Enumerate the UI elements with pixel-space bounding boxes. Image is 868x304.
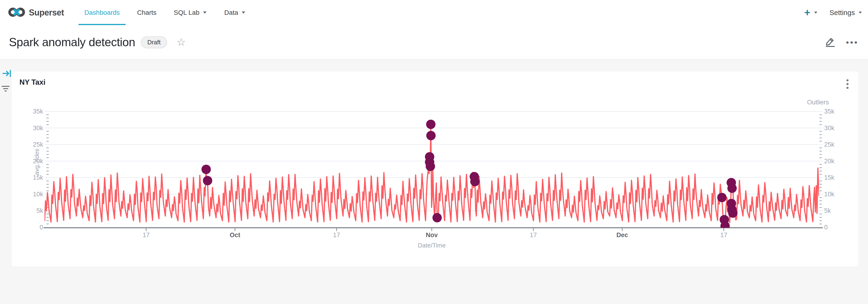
outlier-dot[interactable] bbox=[202, 165, 211, 174]
superset-brand[interactable]: Superset bbox=[8, 6, 64, 19]
main-nav: Dashboards Charts SQL Lab Data bbox=[76, 0, 254, 25]
y-tick-label-right: 15k bbox=[824, 174, 835, 181]
x-tick-label: Dec bbox=[616, 231, 628, 239]
y-tick-label-left: 10k bbox=[33, 191, 43, 198]
ny-taxi-timeseries-chart[interactable]: 005k5k10k10k15k15k20k20k25k25k30k30k35k3… bbox=[12, 72, 858, 267]
arrow-right-to-bar-icon bbox=[2, 75, 12, 79]
settings-menu[interactable]: Settings bbox=[830, 9, 862, 17]
brand-name: Superset bbox=[29, 8, 64, 18]
nav-tab-charts[interactable]: Charts bbox=[128, 0, 165, 25]
x-tick-label: Oct bbox=[230, 231, 240, 239]
left-axis-title: avg. rides bbox=[33, 149, 40, 175]
y-tick-label-right: 30k bbox=[824, 125, 835, 132]
x-axis-title: Date/Time bbox=[418, 242, 446, 249]
y-tick-label-right: 20k bbox=[824, 158, 835, 165]
right-axis-title: Outliers bbox=[807, 99, 829, 106]
chevron-down-icon bbox=[203, 11, 207, 13]
add-new-button[interactable]: + bbox=[804, 7, 818, 18]
y-tick-label-left: 0 bbox=[40, 224, 43, 231]
edit-dashboard-button[interactable] bbox=[825, 36, 836, 48]
outlier-dot[interactable] bbox=[426, 162, 435, 171]
y-tick-label-right: 25k bbox=[824, 141, 835, 148]
pencil-icon bbox=[825, 36, 836, 48]
chevron-down-icon bbox=[242, 11, 245, 13]
nav-tab-sql-lab[interactable]: SQL Lab bbox=[165, 0, 216, 25]
chevron-down-icon bbox=[814, 11, 817, 13]
outlier-dot[interactable] bbox=[727, 184, 737, 193]
plus-icon: + bbox=[804, 7, 810, 18]
top-navbar: Superset Dashboards Charts SQL Lab Data … bbox=[0, 0, 868, 25]
superset-logo-icon bbox=[8, 6, 26, 19]
nav-tab-dashboards[interactable]: Dashboards bbox=[76, 0, 128, 25]
chart-card-ny-taxi: NY Taxi 005k5k10k10k15k15k20k20k25k25k30… bbox=[12, 72, 858, 267]
x-tick-label: Nov bbox=[426, 231, 438, 239]
x-tick-label: 17 bbox=[143, 231, 150, 239]
x-tick-label: 17 bbox=[720, 231, 727, 239]
y-tick-label-left: 5k bbox=[36, 207, 43, 214]
y-tick-label-left: 35k bbox=[33, 108, 43, 115]
outlier-dot[interactable] bbox=[717, 193, 727, 202]
expand-filter-bar-button[interactable] bbox=[2, 69, 12, 79]
outlier-dot[interactable] bbox=[426, 120, 435, 129]
outlier-dot[interactable] bbox=[432, 213, 442, 222]
outlier-dot[interactable] bbox=[426, 131, 436, 140]
more-options-button[interactable]: ••• bbox=[846, 38, 859, 47]
y-tick-label-right: 35k bbox=[824, 108, 835, 115]
chevron-down-icon bbox=[859, 11, 862, 13]
outlier-dot[interactable] bbox=[203, 176, 212, 185]
outlier-dot[interactable] bbox=[728, 208, 738, 218]
filter-sidebar-collapsed bbox=[0, 60, 12, 304]
outlier-dot[interactable] bbox=[470, 177, 480, 186]
ellipsis-icon: ••• bbox=[846, 38, 859, 47]
y-tick-label-right: 10k bbox=[824, 191, 835, 198]
filter-icon[interactable] bbox=[1, 85, 11, 94]
x-tick-label: 17 bbox=[530, 231, 537, 239]
y-tick-label-left: 30k bbox=[33, 125, 43, 132]
nav-tab-data[interactable]: Data bbox=[216, 0, 254, 25]
page-title: Spark anomaly detection bbox=[9, 35, 135, 49]
favorite-star-icon[interactable]: ☆ bbox=[177, 37, 186, 47]
x-tick-label: 17 bbox=[333, 231, 340, 239]
y-tick-label-right: 0 bbox=[824, 224, 828, 231]
outlier-dot[interactable] bbox=[720, 221, 730, 230]
y-tick-label-right: 5k bbox=[824, 207, 831, 214]
y-tick-label-left: 25k bbox=[33, 141, 43, 148]
dashboard-body: NY Taxi 005k5k10k10k15k15k20k20k25k25k30… bbox=[0, 60, 868, 304]
draft-badge[interactable]: Draft bbox=[141, 36, 167, 48]
dashboard-header: Spark anomaly detection Draft ☆ ••• bbox=[0, 25, 868, 60]
